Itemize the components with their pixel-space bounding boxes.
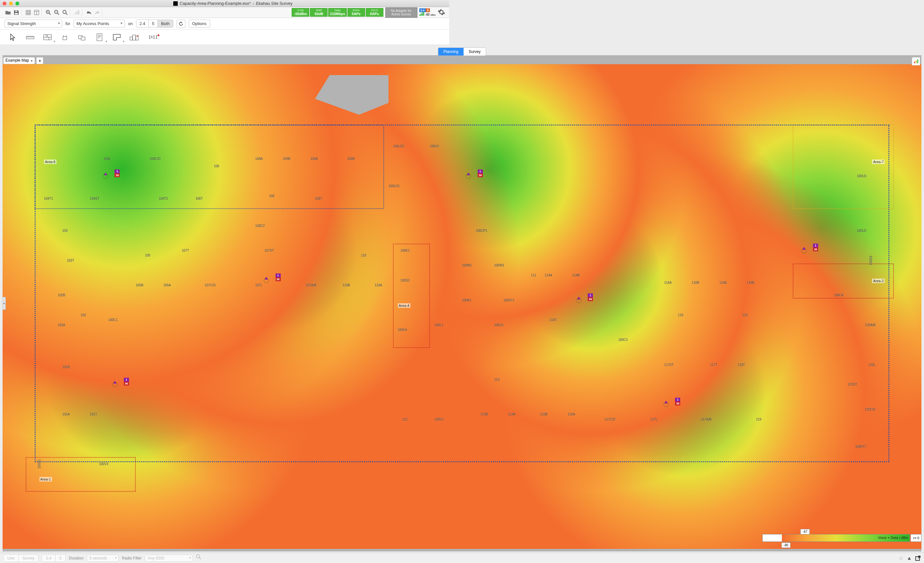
minimize-button[interactable] (9, 2, 13, 6)
svg-point-6 (63, 10, 66, 14)
on-label: on (128, 21, 132, 26)
title-filename: Capacity-Area-Planning-Example.esx* (180, 1, 250, 6)
svg-rect-17 (130, 37, 132, 40)
band-5[interactable]: 5 (149, 20, 158, 27)
svg-rect-1 (15, 11, 17, 12)
grid-icon[interactable] (25, 9, 32, 16)
visualization-select[interactable]: Signal Strength (4, 20, 62, 28)
svg-rect-2 (26, 10, 30, 15)
map-name-select[interactable]: Example Map (3, 57, 35, 64)
settings-icon[interactable] (438, 8, 446, 17)
svg-rect-16 (132, 35, 136, 40)
wall-tool-icon[interactable] (42, 32, 52, 42)
open-icon[interactable] (4, 9, 12, 16)
map-canvas[interactable]: ▸ Example Map + Area-6 Area-7 Area-2 Are… (3, 55, 449, 273)
close-button[interactable] (3, 2, 6, 6)
band-both[interactable]: Both (158, 20, 173, 27)
status-sstr: S.Str-50dBm (292, 8, 309, 17)
band-indicator: 2.45 -48 dBm (419, 8, 436, 17)
svg-rect-12 (63, 37, 67, 40)
table-icon[interactable] (33, 9, 40, 16)
svg-rect-7 (75, 12, 76, 15)
map-selector: Example Map + (3, 57, 44, 64)
svg-rect-15 (97, 34, 102, 41)
undo-icon[interactable] (86, 9, 92, 16)
main-toolbar: S.Str-50dBm SNR50dB Data216Mbps #APs5APs… (0, 7, 449, 18)
svg-rect-14 (81, 37, 85, 40)
options-button[interactable]: Options (189, 20, 210, 28)
scale-tool-icon[interactable] (25, 32, 35, 42)
titlebar: Capacity-Area-Planning-Example.esx* - Ek… (0, 0, 449, 7)
main-area-region[interactable] (34, 125, 449, 273)
map-tools: 1611✦ (0, 30, 449, 45)
status-data: Data216Mbps (328, 8, 346, 17)
zoom-out-icon[interactable] (53, 9, 60, 16)
band-segment[interactable]: 2.4 5 Both (136, 20, 173, 28)
maximize-button[interactable] (15, 2, 19, 6)
copy-ap-tool-icon[interactable] (77, 32, 87, 42)
building-tool-icon[interactable] (129, 32, 139, 42)
zoom-fit-icon[interactable] (62, 9, 69, 16)
tab-planning[interactable]: Planning (438, 48, 449, 56)
save-icon[interactable] (13, 9, 20, 16)
for-label: for (66, 21, 70, 26)
area-tool-icon[interactable] (112, 32, 122, 42)
ap-tool-icon[interactable] (60, 32, 70, 42)
filter-bar: Signal Strength for My Access Points on … (0, 18, 449, 30)
window-title: Capacity-Area-Planning-Example.esx* - Ek… (19, 1, 447, 6)
refresh-icon[interactable] (177, 20, 186, 28)
ap-1[interactable] (104, 174, 108, 178)
status-boxes: S.Str-50dBm SNR50dB Data216Mbps #APs5APs… (292, 8, 383, 17)
svg-rect-0 (15, 13, 18, 15)
chart-icon[interactable] (74, 9, 81, 16)
app-icon (173, 1, 178, 6)
add-map-button[interactable]: + (36, 57, 44, 64)
channel-tool-icon[interactable]: 1611✦ (146, 32, 160, 42)
redo-icon[interactable] (94, 9, 101, 16)
ap-1-channels: 136 (114, 170, 120, 177)
adapter-status: No Adapter for Active Survey (386, 8, 417, 18)
mode-tabs: Planning Survey (438, 48, 449, 56)
svg-rect-9 (78, 10, 79, 15)
status-aps: #APs5APs (348, 8, 365, 17)
report-tool-icon[interactable] (94, 32, 105, 42)
svg-rect-8 (76, 11, 78, 15)
band-24[interactable]: 2.4 (136, 20, 149, 27)
ap-select[interactable]: My Access Points (74, 20, 125, 28)
status-snr: SNR50dB (310, 8, 328, 17)
status-cho: Ch.O0APs (366, 8, 383, 17)
zoom-in-icon[interactable] (45, 9, 52, 16)
pointer-tool-icon[interactable] (8, 32, 18, 42)
title-appname: Ekahau Site Survey (256, 1, 292, 6)
svg-rect-18 (136, 36, 138, 40)
window-controls (3, 2, 19, 6)
